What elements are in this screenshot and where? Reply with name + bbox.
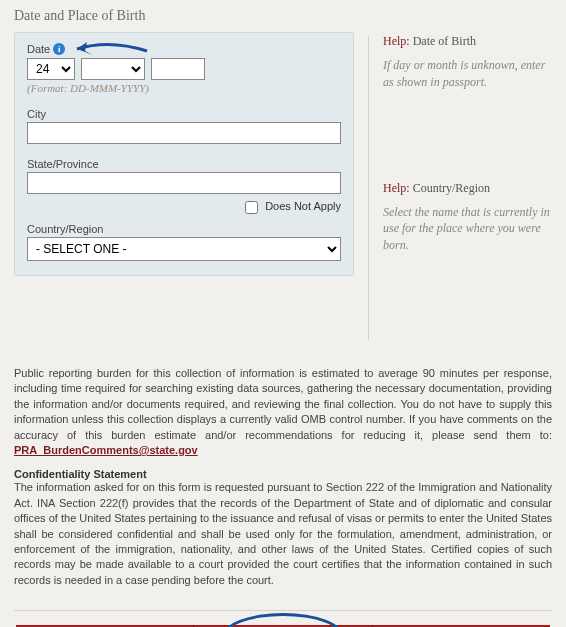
confidentiality-body: The information asked for on this form i… <box>14 480 552 588</box>
burden-text: Public reporting burden for this collect… <box>14 367 552 441</box>
confidentiality-heading: Confidentiality Statement <box>14 468 552 480</box>
vertical-divider <box>368 36 369 340</box>
nav-bar: Back: Getting Started Save Next: Persona… <box>14 610 552 627</box>
country-select[interactable]: - SELECT ONE - <box>27 237 341 261</box>
help-date-of-birth: Help: Date of Birth If day or month is u… <box>383 34 552 91</box>
birth-form-box: Date i 24 (Format: DD-MMM-YYYY) City <box>14 32 354 276</box>
help-country-region: Help: Country/Region Select the name tha… <box>383 181 552 254</box>
section-title: Date and Place of Birth <box>14 8 552 24</box>
city-input[interactable] <box>27 122 341 144</box>
birth-year-input[interactable] <box>151 58 205 80</box>
burden-paragraph: Public reporting burden for this collect… <box>14 366 552 458</box>
country-label: Country/Region <box>27 223 341 235</box>
date-label: Date <box>27 43 50 55</box>
burden-email-link[interactable]: PRA_BurdenComments@state.gov <box>14 444 198 456</box>
help-country-body: Select the name that is currently in use… <box>383 204 552 254</box>
help-prefix-2: Help: <box>383 181 410 195</box>
does-not-apply-label: Does Not Apply <box>265 200 341 212</box>
help-prefix: Help: <box>383 34 410 48</box>
annotation-ellipse <box>222 613 343 627</box>
does-not-apply-wrap[interactable]: Does Not Apply <box>241 200 341 212</box>
birth-month-select[interactable] <box>81 58 145 80</box>
does-not-apply-checkbox[interactable] <box>245 201 258 214</box>
state-input[interactable] <box>27 172 341 194</box>
help-dob-body: If day or month is unknown, enter as sho… <box>383 57 552 91</box>
help-country-title: Country/Region <box>413 181 490 195</box>
state-label: State/Province <box>27 158 341 170</box>
city-label: City <box>27 108 341 120</box>
birth-day-select[interactable]: 24 <box>27 58 75 80</box>
info-icon[interactable]: i <box>53 43 65 55</box>
date-format-hint: (Format: DD-MMM-YYYY) <box>27 82 341 94</box>
help-dob-title: Date of Birth <box>413 34 476 48</box>
